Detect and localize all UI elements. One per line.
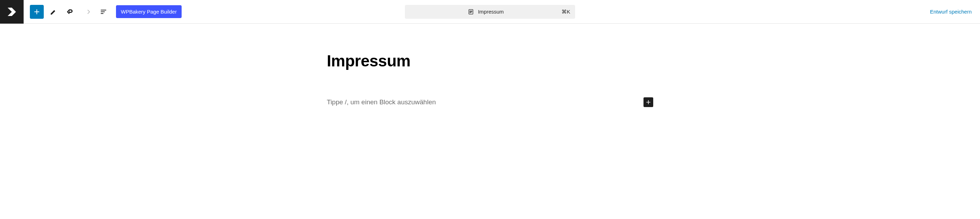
content-area: Impressum	[327, 51, 653, 107]
redo-icon	[83, 8, 91, 16]
plus-icon	[645, 99, 652, 106]
undo-icon	[66, 8, 74, 16]
document-bar-center: Impressum	[410, 8, 562, 15]
list-icon	[99, 8, 108, 16]
page-title[interactable]: Impressum	[327, 51, 653, 70]
document-bar[interactable]: Impressum ⌘K	[405, 5, 575, 19]
plus-icon	[33, 8, 41, 16]
command-palette-shortcut: ⌘K	[562, 9, 570, 15]
block-placeholder-input[interactable]	[327, 98, 643, 106]
undo-button[interactable]	[63, 5, 77, 19]
default-block-appender	[327, 98, 653, 107]
save-draft-button[interactable]: Entwurf speichern	[930, 9, 972, 14]
chevron-logo-icon	[6, 6, 18, 18]
page-icon	[468, 8, 474, 15]
site-logo[interactable]	[0, 0, 24, 24]
pencil-icon	[49, 8, 58, 16]
toolbar-left-group: WPBakery Page Builder	[24, 5, 181, 19]
redo-button[interactable]	[80, 5, 94, 19]
block-inserter-button[interactable]	[30, 5, 44, 19]
wpbakery-button[interactable]: WPBakery Page Builder	[116, 5, 181, 18]
editor-canvas: Impressum	[0, 24, 980, 128]
document-overview-button[interactable]	[97, 5, 110, 19]
tools-button[interactable]	[46, 5, 60, 19]
add-block-button[interactable]	[643, 98, 653, 107]
document-title: Impressum	[478, 9, 504, 14]
editor-toolbar: WPBakery Page Builder Impressum ⌘K Entwu…	[0, 0, 980, 24]
toolbar-right-group: Entwurf speichern	[930, 9, 980, 15]
